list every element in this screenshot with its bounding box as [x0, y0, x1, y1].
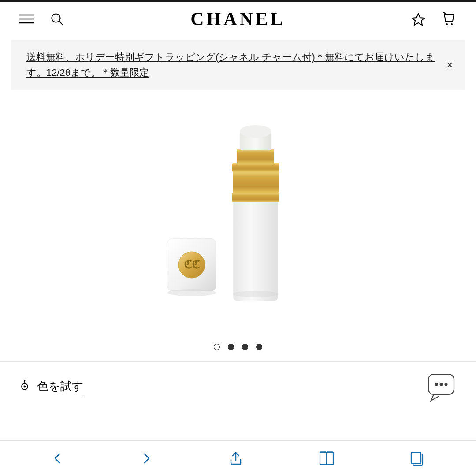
svg-point-7: [451, 23, 453, 25]
svg-point-27: [24, 385, 26, 387]
header: CHANEL: [0, 2, 476, 36]
cart-icon: [442, 11, 457, 26]
try-color-section: 色を試す: [0, 361, 476, 413]
svg-rect-13: [234, 199, 278, 301]
svg-point-3: [52, 14, 60, 22]
copy-icon: [409, 450, 425, 466]
brand-title: CHANEL: [190, 9, 286, 29]
header-right: [409, 10, 458, 28]
search-button[interactable]: [48, 11, 65, 27]
svg-point-32: [445, 383, 448, 386]
try-color-button[interactable]: 色を試す: [18, 379, 84, 396]
book-button[interactable]: [315, 447, 338, 469]
svg-rect-20: [237, 149, 274, 164]
banner-text: 送料無料、ホリデー特別ギフトラッピング(シャネル チャーム付)＊無料にてお届けい…: [26, 52, 435, 78]
svg-point-25: [233, 291, 279, 297]
wishlist-button[interactable]: [409, 10, 428, 28]
header-left: [18, 11, 65, 27]
svg-rect-35: [411, 452, 421, 464]
svg-point-28: [24, 380, 26, 381]
cart-button[interactable]: [440, 10, 458, 28]
chat-icon: [427, 372, 458, 402]
bottom-toolbar: [0, 440, 476, 476]
product-area: ℭℭ: [0, 93, 476, 413]
menu-icon: [19, 14, 34, 24]
search-icon: [50, 12, 63, 26]
banner-close-button[interactable]: ×: [446, 58, 453, 72]
copy-button[interactable]: [406, 447, 429, 470]
svg-point-30: [435, 383, 438, 386]
forward-button[interactable]: [136, 448, 157, 469]
back-icon: [51, 451, 65, 465]
svg-line-4: [60, 22, 63, 25]
svg-rect-15: [233, 171, 279, 193]
product-image: ℭℭ: [137, 111, 339, 323]
header-center: CHANEL: [190, 8, 286, 30]
promo-banner: 送料無料、ホリデー特別ギフトラッピング(シャネル チャーム付)＊無料にてお届けい…: [11, 40, 465, 90]
book-icon: [318, 451, 335, 466]
dot-1[interactable]: [214, 344, 220, 350]
svg-point-6: [446, 23, 448, 25]
svg-text:ℭℭ: ℭℭ: [184, 258, 200, 271]
svg-rect-14: [232, 193, 279, 202]
svg-point-31: [440, 383, 443, 386]
wishlist-icon: [411, 12, 426, 26]
dot-3[interactable]: [242, 344, 248, 350]
svg-rect-19: [232, 163, 279, 172]
menu-button[interactable]: [18, 12, 36, 26]
share-icon: [228, 451, 243, 466]
product-image-container: ℭℭ: [123, 102, 353, 331]
forward-icon: [139, 451, 153, 465]
dot-2[interactable]: [228, 344, 234, 350]
share-button[interactable]: [225, 447, 247, 469]
dot-4[interactable]: [256, 344, 262, 350]
chat-button[interactable]: [427, 372, 458, 402]
try-color-label: 色を試す: [37, 379, 84, 394]
image-dots: [214, 344, 262, 350]
camera-ar-icon: [18, 379, 32, 394]
svg-point-23: [240, 125, 271, 138]
back-button[interactable]: [47, 448, 68, 469]
svg-marker-5: [412, 14, 424, 25]
svg-point-24: [167, 289, 216, 296]
